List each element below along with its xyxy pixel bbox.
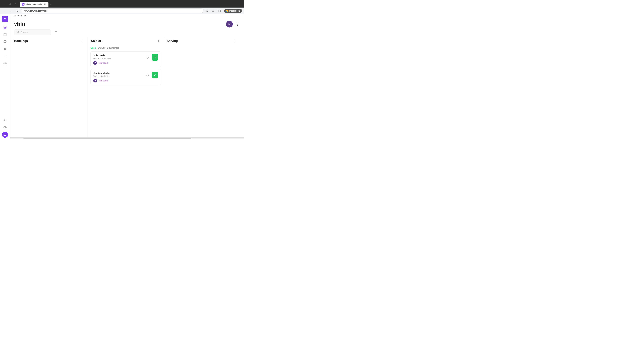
incognito-label: Incognito (2) [229, 10, 240, 12]
waitlist-status: Open · 1m wait · 2 customers [90, 46, 161, 49]
divider [216, 9, 216, 12]
visit-tag-avatar-2: M [93, 79, 97, 82]
sidebar: M [0, 14, 10, 139]
tab-title: Visits | Waitwhile [26, 3, 42, 5]
browser-chrome: — □ ✕ W Visits | Waitwhile ✕ + [0, 0, 244, 7]
scrollbar-thumb[interactable] [24, 138, 191, 139]
visit-tag-label-1: Prioritized [98, 62, 108, 64]
sidebar-item-settings[interactable] [2, 60, 8, 67]
more-options-button[interactable]: ⋮ [235, 21, 240, 27]
waitlist-chevron-icon: › [102, 39, 103, 42]
scrollbar-area [10, 137, 244, 139]
bookings-title-wrap[interactable]: Bookings › [14, 39, 30, 43]
tab-close-button[interactable]: ✕ [44, 3, 46, 6]
svg-marker-9 [4, 119, 6, 122]
bell-button-2[interactable] [145, 72, 150, 78]
tab-favicon: W [22, 3, 24, 5]
visit-actions-1 [145, 54, 158, 61]
sidebar-item-help[interactable] [2, 124, 8, 131]
user-avatar-header[interactable]: M [226, 21, 233, 27]
extensions-button[interactable]: ☰ [210, 8, 215, 13]
bookings-title: Bookings [14, 39, 28, 43]
column-serving-header: Serving › + [167, 37, 238, 45]
search-placeholder: Search [20, 31, 28, 33]
page-header: Visits M ⋮ [10, 18, 244, 29]
svg-point-4 [4, 48, 6, 49]
main-content: Moodjoy7434 Visits M ⋮ Search [10, 14, 244, 139]
sidebar-bottom: LD [2, 117, 8, 138]
reload-button[interactable]: ↻ [15, 8, 20, 13]
status-open-label: Open [90, 46, 96, 49]
sidebar-item-analytics[interactable] [2, 53, 8, 60]
visit-tags-2: M Prioritized [93, 79, 145, 82]
serving-add-button[interactable]: + [232, 38, 238, 43]
minimize-button[interactable]: — [2, 1, 6, 6]
waitlist-title: Waitlist [90, 39, 101, 43]
maximize-button[interactable]: □ [8, 1, 12, 6]
svg-line-13 [18, 32, 19, 33]
visit-actions-2 [145, 72, 158, 78]
status-wait: 1m wait [98, 46, 105, 49]
forward-button[interactable]: → [8, 8, 14, 13]
bell-button-1[interactable] [145, 55, 150, 60]
sidebar-item-users[interactable] [2, 46, 8, 52]
split-view-button[interactable]: ▢ [217, 8, 222, 13]
app-logo[interactable]: M [2, 16, 8, 22]
serving-chevron-icon: › [179, 39, 180, 42]
visit-card-jemina-madie[interactable]: Jemina Madie Waited 4 minutes M Prioriti… [90, 69, 161, 85]
columns-area: Bookings › + Waitlist › + Open · [10, 37, 244, 137]
user-avatar-sidebar[interactable]: LD [2, 132, 8, 138]
back-button[interactable]: ← [2, 8, 7, 13]
svg-rect-0 [4, 33, 6, 36]
sidebar-item-calendar[interactable] [2, 31, 8, 38]
workspace-name: Moodjoy7434 [10, 14, 244, 18]
sidebar-item-home[interactable] [2, 24, 8, 30]
browser-controls: — □ ✕ [2, 1, 18, 6]
page-title: Visits [14, 22, 26, 27]
toolbar: Search [10, 29, 244, 37]
serving-title-wrap[interactable]: Serving › [167, 39, 180, 43]
waitlist-title-wrap[interactable]: Waitlist › [90, 39, 103, 43]
close-button[interactable]: ✕ [13, 1, 18, 6]
serving-title: Serving [167, 39, 178, 43]
column-serving: Serving › + [167, 37, 240, 137]
address-input[interactable]: new.waitwhile.com/visits [21, 8, 203, 13]
incognito-badge: 😿 Incognito (2) [224, 9, 242, 13]
visit-card-john-dale[interactable]: John Dale Waited 12 minutes M Prioritize… [90, 51, 161, 67]
tab-bar: W Visits | Waitwhile ✕ + [20, 1, 53, 7]
bookings-add-button[interactable]: + [80, 38, 85, 43]
header-right: M ⋮ [226, 21, 240, 27]
visit-wait-1: Waited 12 minutes [93, 57, 145, 60]
column-waitlist-header: Waitlist › + [90, 37, 161, 45]
visit-wait-2: Waited 4 minutes [93, 75, 145, 77]
svg-point-8 [4, 63, 5, 64]
status-dot2: · [106, 46, 106, 49]
visit-tags-1: M Prioritized [93, 61, 145, 65]
waitlist-add-button[interactable]: + [156, 38, 161, 43]
column-bookings: Bookings › + [14, 37, 88, 137]
visit-info-2: Jemina Madie Waited 4 minutes M Prioriti… [93, 72, 145, 82]
sidebar-item-messages[interactable] [2, 38, 8, 45]
svg-point-12 [17, 31, 18, 33]
bookings-chevron-icon: › [29, 39, 30, 42]
search-box[interactable]: Search [14, 29, 51, 35]
visit-tag-avatar-1: M [93, 61, 97, 65]
visit-tag-label-2: Prioritized [98, 79, 108, 82]
column-bookings-header: Bookings › + [14, 37, 85, 45]
search-icon [16, 31, 19, 34]
active-tab[interactable]: W Visits | Waitwhile ✕ [20, 2, 48, 7]
check-button-2[interactable] [152, 72, 158, 78]
sidebar-item-flash[interactable] [2, 117, 8, 124]
column-waitlist: Waitlist › + Open · 1m wait · 2 customer… [90, 37, 164, 137]
url-display: new.waitwhile.com/visits [24, 9, 48, 12]
visit-card-top-2: Jemina Madie Waited 4 minutes M Prioriti… [93, 72, 158, 82]
status-customers: 2 customers [107, 46, 119, 49]
browser-actions: ★ ☰ ▢ 😿 Incognito (2) [204, 8, 242, 13]
address-bar-row: ← → ↻ new.waitwhile.com/visits ★ ☰ ▢ 😿 I… [0, 7, 244, 14]
new-tab-button[interactable]: + [48, 2, 53, 7]
filter-button[interactable] [53, 29, 58, 35]
check-button-1[interactable] [152, 54, 158, 61]
bookmark-button[interactable]: ★ [204, 8, 209, 13]
visit-name-1: John Dale [93, 54, 145, 57]
visit-card-top-1: John Dale Waited 12 minutes M Prioritize… [93, 54, 158, 65]
